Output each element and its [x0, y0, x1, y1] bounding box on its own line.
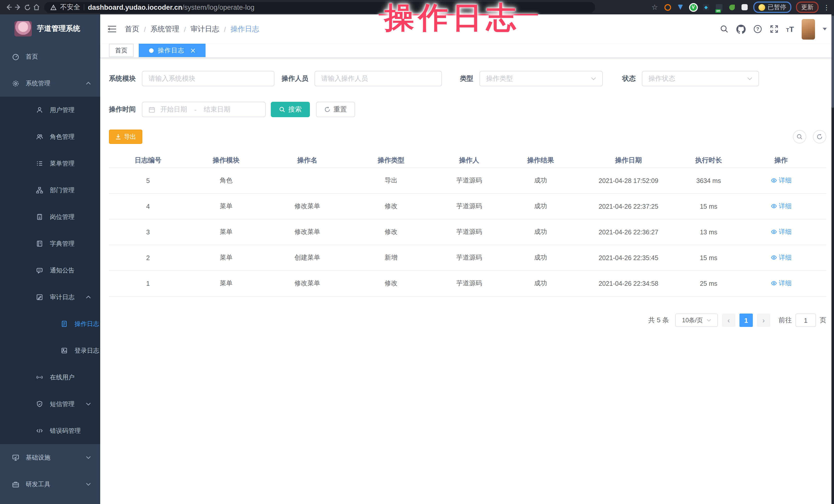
github-icon[interactable] — [736, 24, 745, 34]
column-header: 操作人 — [433, 153, 506, 168]
next-page-button[interactable]: › — [757, 313, 770, 327]
type-select[interactable]: 操作类型 — [479, 71, 603, 86]
audit-icon — [36, 293, 44, 301]
browser-menu-icon[interactable]: ⋮ — [823, 3, 830, 11]
sidebar-item-audit-log[interactable]: 审计日志 — [0, 284, 100, 310]
page-unit-label: 页 — [819, 315, 826, 325]
breadcrumb-home[interactable]: 首页 — [125, 24, 139, 34]
breadcrumb-separator: / — [144, 25, 146, 33]
gem-extension-icon[interactable]: ◆ — [702, 3, 710, 11]
sidebar-item-menu-management[interactable]: 菜单管理 — [0, 150, 100, 177]
table-cell: 成功 — [506, 219, 575, 245]
current-page-button[interactable]: 1 — [740, 313, 753, 327]
type-label: 类型 — [460, 74, 473, 83]
caret-down-icon[interactable] — [823, 28, 827, 30]
module-input[interactable]: 请输入系统模块 — [142, 71, 275, 86]
search-button[interactable]: 搜索 — [271, 102, 310, 117]
v-extension-icon[interactable]: V — [689, 3, 697, 11]
breadcrumb-separator: / — [184, 25, 186, 33]
breadcrumb: 首页 / 系统管理 / 审计日志 / 操作日志 — [125, 24, 259, 34]
toggle-search-button[interactable] — [793, 130, 806, 144]
breadcrumb-system-management[interactable]: 系统管理 — [151, 24, 179, 34]
status-select[interactable]: 操作状态 — [642, 71, 759, 86]
table-cell: 芋道源码 — [433, 194, 506, 219]
breadcrumb-audit-log[interactable]: 审计日志 — [191, 24, 219, 34]
leaf-extension-icon[interactable] — [728, 3, 736, 11]
sidebar-item-notice[interactable]: 通知公告 — [0, 257, 100, 284]
pagination: 共 5 条 10条/页 ‹ 1 › 前往 页 — [109, 313, 826, 327]
detail-link[interactable]: 详细 — [771, 202, 792, 211]
content: 系统模块 请输入系统模块 操作人员 请输入操作人员 类型 操作类型 状态 操作状… — [100, 58, 834, 504]
sidebar-item-infrastructure[interactable]: 基础设施 — [0, 444, 100, 471]
puzzle-extension-icon[interactable] — [741, 3, 749, 11]
tab-operate-log[interactable]: 操作日志 — [139, 44, 205, 57]
sidebar-item-user-management[interactable]: 用户管理 — [0, 96, 100, 123]
sidebar-item-operate-log[interactable]: 操作日志 — [0, 310, 100, 337]
help-icon[interactable]: ? — [753, 25, 762, 34]
address-divider — [84, 4, 84, 10]
update-button[interactable]: 更新 — [796, 2, 818, 13]
sidebar-item-label: 岗位管理 — [50, 213, 74, 221]
user-icon — [36, 106, 44, 114]
paused-chip[interactable]: 已暂停 — [753, 2, 791, 13]
table-cell: 菜单 — [187, 219, 265, 245]
menu-list-icon — [36, 160, 44, 167]
close-icon[interactable] — [191, 48, 195, 53]
sidebar-item-dev-tools[interactable]: 研发工具 — [0, 471, 100, 498]
search-icon[interactable] — [720, 25, 728, 34]
reload-icon[interactable] — [23, 2, 32, 13]
table-row: 1 菜单 修改菜单 修改 芋道源码 成功 2021-04-26 22:34:58… — [109, 271, 826, 296]
home-icon[interactable] — [32, 2, 41, 13]
goto-page-input[interactable] — [795, 313, 816, 327]
scrollbar-thumb[interactable] — [831, 16, 834, 108]
operator-input[interactable]: 请输入操作人员 — [314, 71, 442, 86]
back-icon[interactable] — [4, 2, 13, 13]
detail-link[interactable]: 详细 — [771, 254, 792, 262]
sidebar-item-error-code-management[interactable]: 错误码管理 — [0, 417, 100, 444]
table-cell: 25 ms — [681, 271, 736, 296]
table-cell: 修改 — [349, 271, 433, 296]
sidebar-item-role-management[interactable]: 角色管理 — [0, 123, 100, 150]
sidebar-item-online-users[interactable]: 在线用户 — [0, 364, 100, 391]
breadcrumb-current: 操作日志 — [231, 24, 259, 34]
filter-row-1: 系统模块 请输入系统模块 操作人员 请输入操作人员 类型 操作类型 状态 操作状… — [109, 71, 826, 86]
svg-text:?: ? — [756, 26, 759, 31]
chevron-down-icon — [747, 77, 752, 80]
hamburger-icon[interactable] — [107, 25, 117, 33]
export-button[interactable]: 导出 — [109, 130, 142, 144]
font-size-icon[interactable]: TT — [786, 25, 794, 33]
detail-link[interactable]: 详细 — [771, 279, 792, 288]
orange-extension-icon[interactable] — [663, 3, 672, 11]
switch-extension-icon[interactable]: on — [715, 3, 723, 11]
toolbar-mini-buttons — [793, 130, 826, 144]
date-range-input[interactable]: 开始日期 - 结束日期 — [142, 102, 266, 117]
page-size-select[interactable]: 10条/页 — [675, 313, 718, 327]
fullscreen-icon[interactable] — [769, 25, 778, 34]
detail-link[interactable]: 详细 — [771, 228, 792, 237]
chevron-up-icon — [86, 295, 91, 299]
refresh-button[interactable] — [813, 130, 826, 144]
reset-button[interactable]: 重置 — [316, 102, 355, 117]
sidebar-item-dept-management[interactable]: 部门管理 — [0, 177, 100, 203]
url-text: dashboard.yudao.iocoder.cn/system/log/op… — [88, 3, 254, 11]
page-scrollbar[interactable] — [831, 15, 834, 504]
sidebar-item-dict-management[interactable]: 字典管理 — [0, 230, 100, 257]
detail-link[interactable]: 详细 — [771, 176, 792, 185]
forward-icon[interactable] — [13, 2, 23, 13]
sidebar-item-login-log[interactable]: 登录日志 — [0, 337, 100, 364]
sidebar-item-post-management[interactable]: 岗位管理 — [0, 203, 100, 230]
url-domain: dashboard.yudao.iocoder.cn — [88, 3, 182, 11]
pin-extension-icon[interactable] — [676, 3, 684, 11]
sidebar-item-system-management[interactable]: 系统管理 — [0, 70, 100, 96]
avatar[interactable] — [802, 19, 815, 39]
sidebar-logo-row[interactable]: 芋道管理系统 — [0, 15, 100, 43]
detail-link-label: 详细 — [779, 254, 792, 262]
sidebar-item-home[interactable]: 首页 — [0, 43, 100, 70]
bookmark-star-icon[interactable]: ☆ — [651, 3, 659, 11]
table-cell: 修改菜单 — [265, 194, 349, 219]
table-cell: 2021-04-26 22:34:58 — [575, 271, 681, 296]
prev-page-button[interactable]: ‹ — [722, 313, 736, 327]
tab-home[interactable]: 首页 — [109, 44, 134, 57]
reset-button-label: 重置 — [333, 105, 347, 114]
sidebar-item-sms-management[interactable]: 短信管理 — [0, 391, 100, 417]
